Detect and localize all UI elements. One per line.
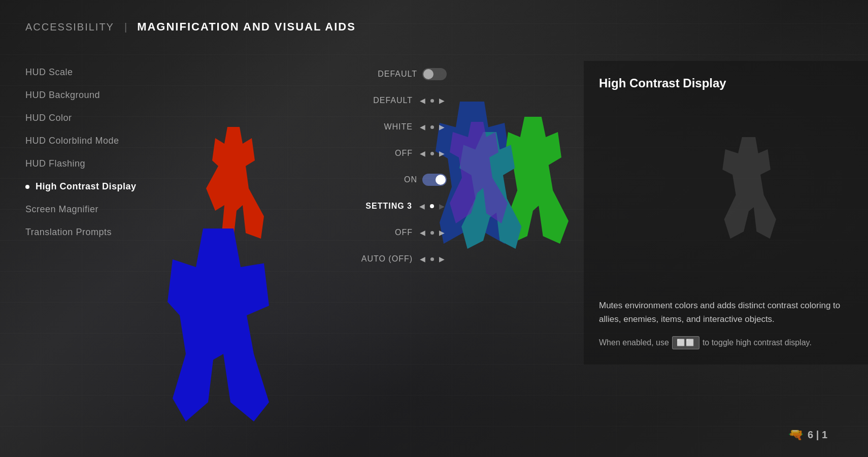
arrow-left-translation-prompts[interactable]: ◀ <box>418 254 427 264</box>
key-badge: ⬜⬜ <box>672 336 699 349</box>
sidebar-item-hud-colorblind-mode[interactable]: HUD Colorblind Mode <box>25 129 218 152</box>
settings-list: HUD Scale HUD Background HUD Color HUD C… <box>25 61 218 244</box>
control-hud-colorblind-mode: OFF ◀ ▶ <box>294 140 447 167</box>
arrow-controls-translation-prompts: ◀ ▶ <box>418 254 447 264</box>
section-label: ACCESSIBILITY <box>25 21 114 33</box>
control-translation-prompts: AUTO (OFF) ◀ ▶ <box>294 246 447 272</box>
control-hud-flashing: ON <box>294 167 447 193</box>
control-value-high-contrast: SETTING 3 <box>361 202 412 211</box>
control-dot-hud-background <box>430 99 434 103</box>
control-value-hud-background: DEFAULT <box>362 96 413 105</box>
sidebar-item-translation-prompts[interactable]: Translation Prompts <box>25 221 218 244</box>
arrow-right-hud-colorblind[interactable]: ▶ <box>437 148 447 158</box>
control-dot-hud-colorblind <box>430 152 434 155</box>
control-dot-screen-magnifier <box>430 231 434 235</box>
control-value-hud-flashing: ON <box>366 175 417 184</box>
toggle-knob-hud-scale <box>423 69 433 79</box>
sidebar-item-hud-color[interactable]: HUD Color <box>25 107 218 129</box>
hint-suffix: to toggle high contrast display. <box>703 337 812 349</box>
toggle-knob-hud-flashing <box>436 175 446 185</box>
sidebar-item-hud-background[interactable]: HUD Background <box>25 84 218 107</box>
controls-panel: DEFAULT DEFAULT ◀ ▶ WHITE ◀ ▶ OFF <box>294 61 447 272</box>
control-value-hud-color: WHITE <box>362 122 413 132</box>
arrow-right-high-contrast[interactable]: ▶ <box>437 201 447 211</box>
control-value-hud-colorblind: OFF <box>362 149 413 158</box>
arrow-controls-hud-color: ◀ ▶ <box>418 122 447 132</box>
info-panel: High Contrast Display Mutes environment … <box>584 61 868 365</box>
arrow-left-high-contrast[interactable]: ◀ <box>417 201 427 211</box>
control-hud-color: WHITE ◀ ▶ <box>294 114 447 140</box>
weapon-icon: 🔫 <box>788 428 804 442</box>
control-value-screen-magnifier: OFF <box>362 228 413 237</box>
control-hud-background: DEFAULT ◀ ▶ <box>294 87 447 114</box>
arrow-left-hud-background[interactable]: ◀ <box>418 95 427 106</box>
contrast-preview-area <box>599 106 853 288</box>
info-panel-title: High Contrast Display <box>599 76 853 90</box>
arrow-right-hud-background[interactable]: ▶ <box>437 95 447 106</box>
ammo-current: 6 <box>808 429 813 440</box>
active-dot-high-contrast <box>430 204 434 208</box>
arrow-controls-hud-colorblind: ◀ ▶ <box>418 148 447 158</box>
ammo-reserve: 1 <box>822 429 827 440</box>
arrow-controls-hud-background: ◀ ▶ <box>418 95 447 106</box>
toggle-hud-scale[interactable] <box>422 68 447 80</box>
control-dot-hud-color <box>430 125 434 129</box>
arrow-left-hud-colorblind[interactable]: ◀ <box>418 148 427 158</box>
arrow-controls-high-contrast: ◀ ▶ <box>417 201 447 211</box>
hud-bottom: 🔫 6 | 1 <box>788 428 827 442</box>
ammo-display: 6 | 1 <box>808 429 827 441</box>
sidebar-item-screen-magnifier[interactable]: Screen Magnifier <box>25 198 218 221</box>
arrow-right-screen-magnifier[interactable]: ▶ <box>437 227 447 238</box>
sidebar-item-hud-scale[interactable]: HUD Scale <box>25 61 218 84</box>
header: ACCESSIBILITY | MAGNIFICATION AND VISUAL… <box>25 20 356 34</box>
arrow-right-hud-color[interactable]: ▶ <box>437 122 447 132</box>
header-divider: | <box>124 21 127 33</box>
ammo-divider: | <box>813 429 822 440</box>
control-value-hud-scale: DEFAULT <box>366 70 417 79</box>
arrow-left-hud-color[interactable]: ◀ <box>418 122 427 132</box>
arrow-right-translation-prompts[interactable]: ▶ <box>437 254 447 264</box>
ui-container: ACCESSIBILITY | MAGNIFICATION AND VISUAL… <box>0 0 868 457</box>
active-indicator-dot <box>25 185 29 189</box>
control-value-translation-prompts: AUTO (OFF) <box>361 254 413 264</box>
info-description: Mutes environment colors and adds distin… <box>599 299 853 326</box>
control-high-contrast-display: SETTING 3 ◀ ▶ <box>294 193 447 219</box>
control-dot-translation-prompts <box>430 257 434 261</box>
hint-prefix: When enabled, use <box>599 337 669 349</box>
arrow-left-screen-magnifier[interactable]: ◀ <box>418 227 427 238</box>
info-hint: When enabled, use ⬜⬜ to toggle high cont… <box>599 336 853 349</box>
sidebar-item-hud-flashing[interactable]: HUD Flashing <box>25 152 218 175</box>
control-hud-scale: DEFAULT <box>294 61 447 87</box>
page-title: MAGNIFICATION AND VISUAL AIDS <box>137 20 356 34</box>
control-screen-magnifier: OFF ◀ ▶ <box>294 219 447 246</box>
arrow-controls-screen-magnifier: ◀ ▶ <box>418 227 447 238</box>
sidebar-item-high-contrast-display[interactable]: High Contrast Display <box>25 175 218 198</box>
toggle-hud-flashing[interactable] <box>422 174 447 186</box>
